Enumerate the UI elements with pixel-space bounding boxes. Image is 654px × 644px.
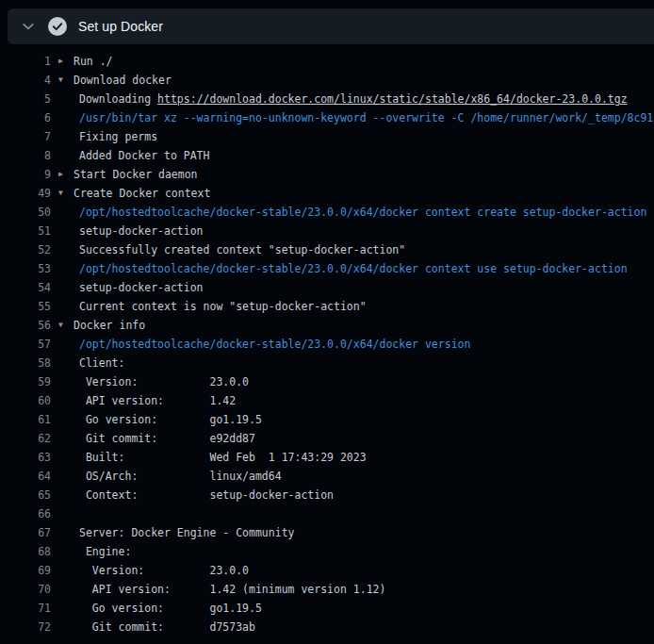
line-number[interactable]: 1 bbox=[0, 52, 51, 71]
line-number[interactable]: 53 bbox=[0, 259, 51, 278]
chevron-down-icon[interactable] bbox=[21, 19, 36, 34]
arrow-spacer bbox=[58, 203, 72, 222]
arrow-spacer bbox=[58, 278, 72, 297]
line-number[interactable]: 7 bbox=[0, 127, 51, 146]
log-line: 68 Engine: bbox=[0, 542, 654, 561]
log-line: 54setup-docker-action bbox=[0, 278, 654, 297]
log-line: 69 Version: 23.0.0 bbox=[0, 561, 654, 580]
line-number[interactable]: 9 bbox=[0, 165, 51, 184]
group-title[interactable]: Docker info bbox=[74, 316, 145, 335]
line-number[interactable]: 4 bbox=[0, 71, 51, 90]
line-number[interactable]: 64 bbox=[0, 467, 51, 486]
log-line: 7Fixing perms bbox=[0, 127, 654, 146]
log-text: Server: Docker Engine - Community bbox=[79, 523, 294, 542]
arrow-spacer bbox=[58, 259, 72, 278]
log-text: API version: 1.42 bbox=[79, 391, 236, 410]
arrow-spacer bbox=[58, 580, 72, 599]
line-number[interactable]: 56 bbox=[0, 316, 51, 335]
line-number[interactable]: 8 bbox=[0, 146, 51, 165]
line-number[interactable]: 61 bbox=[0, 410, 51, 429]
log-text: Go version: go1.19.5 bbox=[79, 599, 262, 618]
expand-group-icon[interactable]: ▶ bbox=[58, 165, 72, 184]
check-circle-icon bbox=[48, 17, 67, 36]
log-line: 65 Context: setup-docker-action bbox=[0, 486, 654, 504]
collapse-group-icon[interactable]: ▼ bbox=[58, 316, 72, 335]
log-line: 66 bbox=[0, 504, 654, 523]
line-number[interactable]: 51 bbox=[0, 222, 51, 240]
log-text: Git commit: d7573ab bbox=[79, 618, 255, 636]
log-line: 5Downloading https://download.docker.com… bbox=[0, 90, 654, 108]
line-number[interactable]: 63 bbox=[0, 448, 51, 467]
line-number[interactable]: 50 bbox=[0, 203, 51, 222]
log-text: setup-docker-action bbox=[79, 222, 204, 240]
log-line: 63 Built: Wed Feb 1 17:43:29 2023 bbox=[0, 448, 654, 467]
line-number[interactable]: 59 bbox=[0, 372, 51, 391]
collapse-group-icon[interactable]: ▼ bbox=[58, 71, 72, 90]
line-number[interactable]: 62 bbox=[0, 429, 51, 448]
step-header[interactable]: Set up Docker bbox=[8, 8, 654, 44]
arrow-spacer bbox=[58, 240, 72, 259]
log-text: Go version: go1.19.5 bbox=[79, 410, 262, 429]
log-text: Client: bbox=[79, 354, 124, 372]
log-text: Context: setup-docker-action bbox=[79, 486, 334, 504]
arrow-spacer bbox=[58, 486, 72, 504]
arrow-spacer bbox=[58, 618, 72, 636]
log-text: Fixing perms bbox=[79, 127, 157, 146]
line-number[interactable]: 68 bbox=[0, 542, 51, 561]
line-number[interactable]: 72 bbox=[0, 618, 51, 636]
line-number[interactable]: 54 bbox=[0, 278, 51, 297]
log-link[interactable]: https://download.docker.com/linux/static… bbox=[157, 92, 628, 106]
log-line: 51setup-docker-action bbox=[0, 222, 654, 240]
line-number[interactable]: 65 bbox=[0, 486, 51, 504]
line-number[interactable]: 67 bbox=[0, 523, 51, 542]
log-text: Version: 23.0.0 bbox=[79, 372, 249, 391]
line-number[interactable]: 60 bbox=[0, 391, 51, 410]
line-number[interactable]: 66 bbox=[0, 504, 51, 523]
log-line: 9▶Start Docker daemon bbox=[0, 165, 654, 184]
line-number[interactable]: 5 bbox=[0, 90, 51, 108]
log-line: 8Added Docker to PATH bbox=[0, 146, 654, 165]
log-line: 59 Version: 23.0.0 bbox=[0, 372, 654, 391]
log-line: 57/opt/hostedtoolcache/docker-stable/23.… bbox=[0, 335, 654, 354]
line-number[interactable]: 55 bbox=[0, 297, 51, 316]
group-title[interactable]: Run ./ bbox=[74, 52, 113, 71]
line-number[interactable]: 6 bbox=[0, 108, 51, 127]
arrow-spacer bbox=[58, 542, 72, 561]
line-number[interactable]: 52 bbox=[0, 240, 51, 259]
group-title[interactable]: Download docker bbox=[74, 71, 172, 90]
log-line: 67Server: Docker Engine - Community bbox=[0, 523, 654, 542]
group-title[interactable]: Start Docker daemon bbox=[74, 165, 198, 184]
command-text: /opt/hostedtoolcache/docker-stable/23.0.… bbox=[79, 259, 628, 278]
line-number[interactable]: 70 bbox=[0, 580, 51, 599]
log-text-segment: Downloading bbox=[79, 92, 157, 106]
arrow-spacer bbox=[58, 127, 72, 146]
log-text: Engine: bbox=[79, 542, 131, 561]
log-line: 52Successfully created context "setup-do… bbox=[0, 240, 654, 259]
group-title[interactable]: Create Docker context bbox=[74, 184, 210, 203]
line-number[interactable]: 49 bbox=[0, 184, 51, 203]
arrow-spacer bbox=[58, 335, 72, 354]
arrow-spacer bbox=[58, 146, 72, 165]
arrow-spacer bbox=[58, 467, 72, 486]
log-line: 61 Go version: go1.19.5 bbox=[0, 410, 654, 429]
line-number[interactable]: 71 bbox=[0, 599, 51, 618]
log-line: 50/opt/hostedtoolcache/docker-stable/23.… bbox=[0, 203, 654, 222]
log-line: 53/opt/hostedtoolcache/docker-stable/23.… bbox=[0, 259, 654, 278]
expand-group-icon[interactable]: ▶ bbox=[58, 52, 72, 71]
arrow-spacer bbox=[58, 504, 72, 523]
arrow-spacer bbox=[58, 599, 72, 618]
log-text: Successfully created context "setup-dock… bbox=[79, 240, 405, 259]
log-body: 1▶Run ./4▼Download docker5Downloading ht… bbox=[0, 52, 654, 636]
line-number[interactable]: 58 bbox=[0, 354, 51, 372]
log-line: 55Current context is now "setup-docker-a… bbox=[0, 297, 654, 316]
log-text: Added Docker to PATH bbox=[79, 146, 209, 165]
log-text: Version: 23.0.0 bbox=[79, 561, 249, 580]
step-title: Set up Docker bbox=[78, 19, 163, 34]
log-text: Built: Wed Feb 1 17:43:29 2023 bbox=[79, 448, 367, 467]
collapse-group-icon[interactable]: ▼ bbox=[58, 184, 72, 203]
arrow-spacer bbox=[58, 561, 72, 580]
log-text: OS/Arch: linux/amd64 bbox=[79, 467, 282, 486]
line-number[interactable]: 69 bbox=[0, 561, 51, 580]
arrow-spacer bbox=[58, 354, 72, 372]
line-number[interactable]: 57 bbox=[0, 335, 51, 354]
